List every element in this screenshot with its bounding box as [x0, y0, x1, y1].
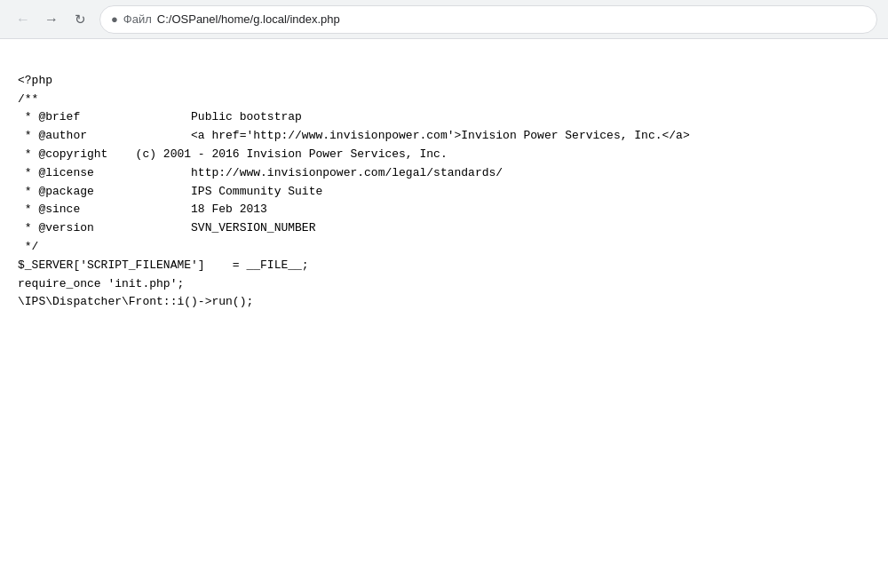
lock-icon: ● — [111, 12, 118, 26]
back-button[interactable]: ← — [11, 7, 36, 32]
url-text: C:/OSPanel/home/g.local/index.php — [157, 12, 340, 26]
code-content: <?php/** * @brief Public bootstrap * @au… — [0, 39, 888, 326]
code-line: $_SERVER['SCRIPT_FILENAME'] = __FILE__; — [18, 257, 870, 275]
code-line: /** — [18, 91, 870, 109]
forward-button[interactable]: → — [39, 7, 64, 32]
code-line: * @package IPS Community Suite — [18, 183, 870, 202]
code-line: */ — [18, 238, 870, 257]
file-label: Файл — [123, 12, 152, 26]
address-bar[interactable]: ● Файл C:/OSPanel/home/g.local/index.php — [99, 5, 877, 34]
code-line: * @brief Public bootstrap — [18, 108, 870, 127]
browser-chrome: ← → ↻ ● Файл C:/OSPanel/home/g.local/ind… — [0, 0, 888, 39]
code-line: * @license http://www.invisionpower.com/… — [18, 164, 870, 183]
code-line: * @since 18 Feb 2013 — [18, 201, 870, 219]
code-line: \IPS\Dispatcher\Front::i()->run(); — [18, 293, 870, 312]
code-line: * @version SVN_VERSION_NUMBER — [18, 219, 870, 238]
code-line: <?php — [18, 72, 870, 91]
reload-button[interactable]: ↻ — [67, 7, 92, 32]
code-line: * @author <a href='http://www.invisionpo… — [18, 127, 870, 146]
code-line: * @copyright (c) 2001 - 2016 Invision Po… — [18, 146, 870, 164]
code-line: require_once 'init.php'; — [18, 275, 870, 294]
nav-buttons: ← → ↻ — [11, 7, 92, 32]
